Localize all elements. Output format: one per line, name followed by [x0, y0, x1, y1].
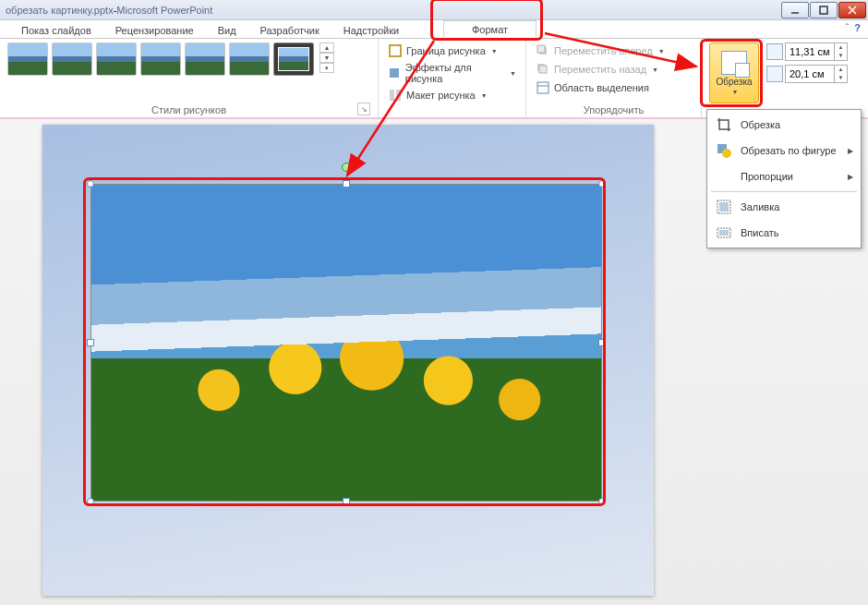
rotation-handle[interactable]: [342, 163, 351, 172]
tab-format[interactable]: Формат: [443, 20, 536, 37]
width-field[interactable]: [786, 68, 834, 79]
resize-handle-e[interactable]: [598, 339, 606, 346]
help-icon[interactable]: ?: [854, 22, 861, 33]
border-icon: [388, 43, 403, 58]
svg-rect-19: [719, 230, 729, 236]
dropdown-icon: ▼: [510, 70, 516, 77]
spin-up-icon[interactable]: ▲: [834, 43, 847, 52]
close-button[interactable]: [838, 2, 866, 18]
maximize-button[interactable]: [810, 2, 838, 18]
resize-handle-n[interactable]: [343, 180, 350, 188]
style-thumb[interactable]: [52, 42, 92, 76]
svg-rect-11: [539, 66, 547, 73]
style-gallery-scroll[interactable]: ▲ ▼ ▾: [319, 42, 334, 73]
cmd-label: Эффекты для рисунка: [405, 62, 504, 84]
svg-rect-4: [390, 45, 401, 56]
gallery-expand-icon[interactable]: ▾: [319, 63, 334, 73]
crop-label: Обрезка: [716, 77, 752, 87]
resize-handle-ne[interactable]: [598, 180, 606, 188]
picture-layout-button[interactable]: Макет рисунка▼: [386, 87, 518, 103]
crop-icon: [715, 115, 733, 134]
crop-shape-icon: [715, 141, 733, 160]
group-picture-format: Граница рисунка▼ Эффекты для рисунка▼ Ма…: [379, 39, 526, 117]
cmd-label: Граница рисунка: [406, 45, 486, 56]
style-thumb[interactable]: [229, 42, 270, 76]
group-size: Обрезка ▼ ▲▼ ▲▼: [702, 39, 868, 117]
menu-separator: [711, 191, 857, 192]
menu-label: Обрезка: [741, 119, 780, 130]
app-name: Microsoft PowerPoint: [116, 5, 212, 16]
style-thumb[interactable]: [96, 42, 137, 76]
group-label-text: Стили рисунков: [151, 104, 226, 115]
style-thumb[interactable]: [185, 42, 225, 76]
height-input[interactable]: ▲▼: [785, 42, 848, 61]
group-label-text: Упорядочить: [584, 104, 644, 115]
layout-icon: [388, 88, 403, 103]
crop-button[interactable]: Обрезка ▼: [709, 42, 759, 103]
bring-forward-icon: [536, 43, 550, 58]
menu-item-crop[interactable]: Обрезка: [709, 112, 859, 138]
cmd-label: Область выделения: [554, 82, 649, 93]
tab-review[interactable]: Рецензирование: [103, 21, 206, 38]
group-label: Упорядочить: [534, 103, 693, 115]
menu-item-fit[interactable]: Вписать: [709, 220, 859, 246]
tab-developer[interactable]: Разработчик: [248, 21, 332, 38]
scroll-up-icon[interactable]: ▲: [319, 42, 334, 53]
crop-dropdown-menu: Обрезка Обрезать по фигуре ▶ Пропорции ▶…: [706, 109, 862, 248]
selection-pane-button[interactable]: Область выделения: [534, 79, 667, 96]
bring-forward-button: Переместить вперед▼: [534, 42, 667, 59]
picture-border-button[interactable]: Граница рисунка▼: [386, 42, 518, 59]
spin-down-icon[interactable]: ▼: [834, 52, 847, 60]
height-field[interactable]: [786, 46, 834, 57]
dropdown-icon: ▼: [481, 92, 488, 99]
spin-down-icon[interactable]: ▼: [834, 74, 847, 82]
svg-rect-5: [390, 68, 399, 78]
dropdown-icon: ▼: [491, 48, 498, 54]
group-label-empty: [386, 103, 518, 115]
spin-up-icon[interactable]: ▲: [834, 66, 847, 74]
selection-pane-icon: [536, 80, 550, 95]
resize-handle-se[interactable]: [598, 498, 606, 505]
slide[interactable]: [42, 125, 654, 596]
menu-item-crop-to-shape[interactable]: Обрезать по фигуре ▶: [709, 138, 859, 163]
svg-rect-9: [537, 45, 545, 53]
width-input[interactable]: ▲▼: [785, 65, 848, 83]
ribbon-tabs: Показ слайдов Рецензирование Вид Разрабо…: [0, 20, 868, 39]
dropdown-icon: ▼: [652, 67, 658, 73]
resize-handle-s[interactable]: [343, 498, 350, 505]
picture-effects-button[interactable]: Эффекты для рисунка▼: [386, 61, 518, 85]
style-thumb[interactable]: [140, 42, 181, 76]
svg-rect-7: [396, 90, 401, 101]
tab-slideshow[interactable]: Показ слайдов: [9, 21, 103, 38]
cmd-label: Переместить назад: [554, 64, 646, 75]
svg-rect-17: [719, 202, 729, 212]
svg-rect-1: [820, 6, 827, 14]
menu-label: Вписать: [741, 227, 779, 238]
tab-view[interactable]: Вид: [206, 21, 248, 38]
aspect-icon: [715, 167, 733, 186]
dropdown-icon: ▼: [658, 48, 665, 54]
resize-handle-nw[interactable]: [87, 180, 94, 188]
cmd-label: Макет рисунка: [406, 90, 476, 101]
ribbon-collapse-icon[interactable]: ˆ: [846, 22, 850, 33]
minimize-button[interactable]: [781, 2, 809, 18]
cmd-label: Переместить вперед: [554, 45, 653, 56]
resize-handle-sw[interactable]: [87, 498, 94, 505]
menu-item-aspect-ratio[interactable]: Пропорции ▶: [709, 163, 859, 189]
dropdown-icon: ▼: [732, 89, 739, 95]
ribbon: ▲ ▼ ▾ Стили рисунков ↘ Граница рисунка▼ …: [0, 39, 868, 118]
height-icon: [766, 43, 783, 60]
group-arrange: Переместить вперед▼ Переместить назад▼ О…: [526, 39, 702, 117]
style-thumb-selected[interactable]: [273, 42, 314, 76]
tab-addins[interactable]: Надстройки: [332, 21, 411, 38]
width-icon: [766, 66, 783, 82]
svg-rect-6: [390, 90, 394, 101]
style-thumb[interactable]: [7, 42, 48, 76]
menu-item-fill[interactable]: Заливка: [709, 194, 859, 220]
svg-point-15: [722, 149, 731, 158]
resize-handle-w[interactable]: [87, 339, 94, 346]
submenu-arrow-icon: ▶: [848, 147, 853, 155]
scroll-down-icon[interactable]: ▼: [319, 53, 334, 63]
selected-picture[interactable]: [90, 184, 602, 502]
dialog-launcher-icon[interactable]: ↘: [357, 103, 370, 115]
